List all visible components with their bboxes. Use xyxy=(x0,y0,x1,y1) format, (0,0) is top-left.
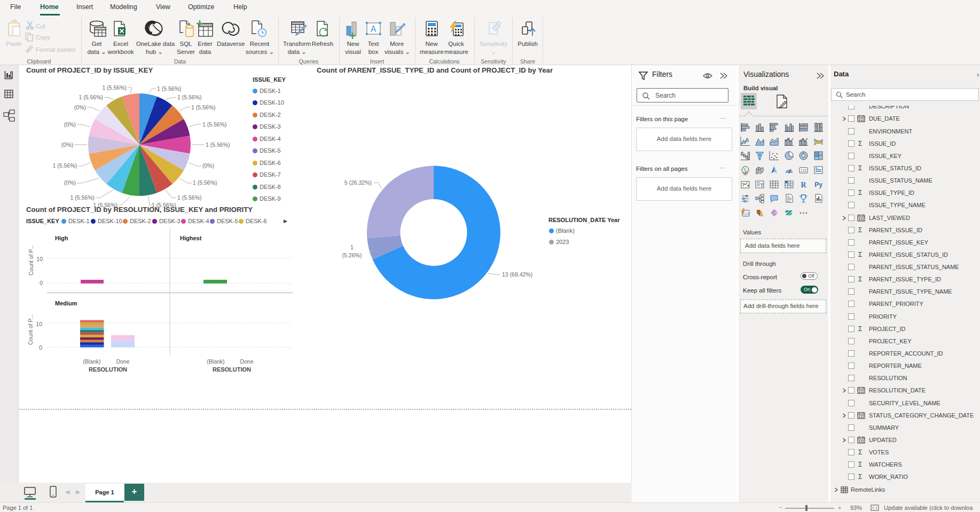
svg-text:Count of P...: Count of P... xyxy=(28,245,34,275)
svg-text:1: 1 xyxy=(350,244,354,250)
svg-text:R: R xyxy=(801,181,806,189)
svg-text:(Blank): (Blank) xyxy=(207,358,224,365)
svg-text:A: A xyxy=(371,25,377,34)
svg-text:0: 0 xyxy=(39,344,42,351)
svg-text:123: 123 xyxy=(801,169,806,172)
svg-text:RESOLUTION: RESOLUTION xyxy=(89,366,127,373)
svg-text:10: 10 xyxy=(36,321,42,327)
svg-text:13 (68.42%): 13 (68.42%) xyxy=(502,271,532,278)
svg-text:1 (5.56%): 1 (5.56%) xyxy=(52,162,77,169)
svg-text:5 (26.32%): 5 (26.32%) xyxy=(344,179,372,186)
svg-text:1 (5.56%): 1 (5.56%) xyxy=(70,194,95,201)
svg-text:10: 10 xyxy=(36,256,43,262)
svg-text:(0%): (0%) xyxy=(61,141,73,148)
svg-text:1 (5.56%): 1 (5.56%) xyxy=(102,84,127,91)
svg-text:(0%): (0%) xyxy=(64,121,76,128)
svg-text:(0%): (0%) xyxy=(64,179,76,186)
svg-text:1 (5.56%): 1 (5.56%) xyxy=(79,94,103,100)
svg-text:1 (5.56%): 1 (5.56%) xyxy=(191,104,216,111)
svg-text:High: High xyxy=(55,235,68,241)
svg-text:(0%): (0%) xyxy=(202,162,214,169)
svg-text:(5.26%): (5.26%) xyxy=(342,252,362,258)
svg-text:Done: Done xyxy=(240,358,253,365)
svg-text:1 (5.56%): 1 (5.56%) xyxy=(206,141,230,148)
svg-text:1 (5.56%): 1 (5.56%) xyxy=(177,194,202,201)
svg-text:1 (5.56%): 1 (5.56%) xyxy=(157,85,182,92)
svg-text:1 (5.56%): 1 (5.56%) xyxy=(177,94,202,100)
svg-text:Py: Py xyxy=(814,181,822,188)
svg-text:(Blank): (Blank) xyxy=(83,358,100,365)
svg-text:1 (5.56%): 1 (5.56%) xyxy=(202,121,227,128)
svg-text:(0%): (0%) xyxy=(74,104,86,111)
svg-text:Count of P...: Count of P... xyxy=(27,314,34,345)
svg-text:1 (5.56%): 1 (5.56%) xyxy=(193,179,217,186)
svg-text:Medium: Medium xyxy=(55,300,77,306)
svg-text:RESOLUTION: RESOLUTION xyxy=(213,366,251,373)
svg-text:Done: Done xyxy=(116,358,129,365)
svg-text:0: 0 xyxy=(40,280,43,286)
svg-text:Highest: Highest xyxy=(180,235,202,241)
